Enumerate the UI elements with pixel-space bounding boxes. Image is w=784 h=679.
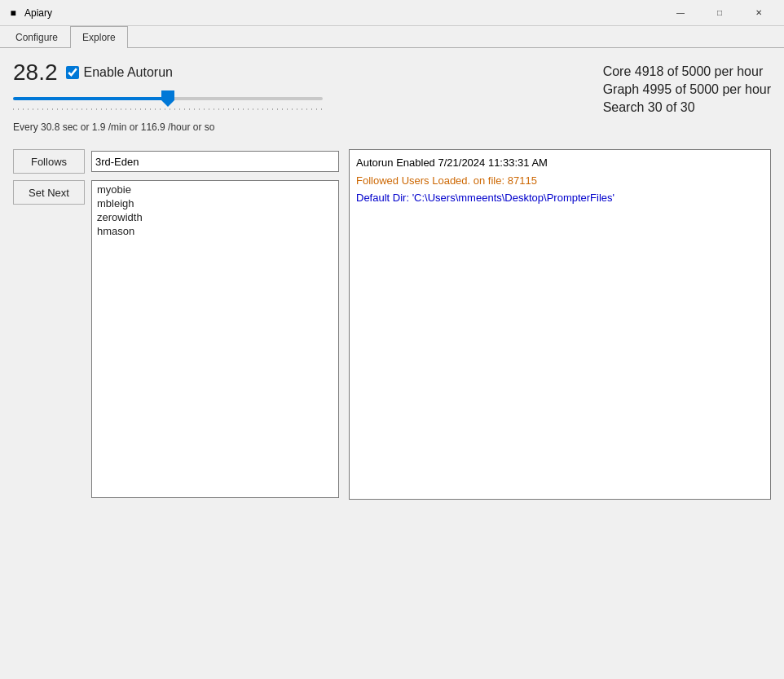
tab-explore[interactable]: Explore — [70, 26, 128, 48]
follows-row: Follows — [13, 149, 339, 174]
slider-container — [13, 90, 323, 115]
version-number: 28.2 — [13, 61, 58, 84]
list-item[interactable]: mbleigh — [94, 196, 337, 210]
app-icon: ■ — [7, 7, 20, 20]
log-line: Followed Users Loaded. on file: 87115 — [356, 173, 764, 189]
list-item[interactable]: zerowidth — [94, 210, 337, 224]
list-item[interactable]: hmason — [94, 224, 337, 238]
title-bar-controls: — □ ✕ — [662, 3, 777, 23]
listbox[interactable]: myobiembleighzerowidthhmason — [91, 180, 339, 498]
maximize-button[interactable]: □ — [701, 3, 738, 23]
slider-track — [13, 90, 323, 107]
top-section: 28.2 Enable Autorun Every 30.8 sec or 1.… — [13, 61, 771, 133]
follows-button[interactable]: Follows — [13, 149, 85, 174]
slider-dots-line — [13, 108, 323, 110]
setnext-row: Set Next myobiembleighzerowidthhmason — [13, 180, 339, 498]
log-line: Autorun Enabled 7/21/2024 11:33:31 AM — [356, 155, 764, 171]
tab-configure[interactable]: Configure — [3, 26, 70, 48]
app-title: Apiary — [24, 7, 52, 19]
title-bar: ■ Apiary — □ ✕ — [0, 0, 784, 26]
middle-section: Follows Set Next myobiembleighzerowidthh… — [13, 149, 771, 500]
log-panel: Autorun Enabled 7/21/2024 11:33:31 AMFol… — [349, 149, 771, 500]
tab-bar: Configure Explore — [0, 26, 784, 48]
autorun-checkbox[interactable] — [66, 66, 79, 79]
slider-dots — [13, 108, 323, 115]
autorun-text: Enable Autorun — [84, 65, 173, 80]
setnext-button[interactable]: Set Next — [13, 180, 85, 205]
minimize-button[interactable]: — — [662, 3, 699, 23]
log-line: Default Dir: 'C:\Users\mmeents\Desktop\P… — [356, 190, 764, 206]
stat-core: Core 4918 of 5000 per hour — [603, 64, 771, 79]
stat-search: Search 30 of 30 — [603, 100, 771, 115]
left-top: 28.2 Enable Autorun Every 30.8 sec or 1.… — [13, 61, 323, 133]
version-autorun-row: 28.2 Enable Autorun — [13, 61, 323, 84]
left-panel: Follows Set Next myobiembleighzerowidthh… — [13, 149, 339, 500]
rate-slider[interactable] — [13, 97, 323, 100]
right-stats: Core 4918 of 5000 per hour Graph 4995 of… — [603, 64, 771, 115]
autorun-label[interactable]: Enable Autorun — [66, 65, 173, 80]
close-button[interactable]: ✕ — [740, 3, 777, 23]
title-bar-left: ■ Apiary — [7, 7, 52, 20]
rate-text: Every 30.8 sec or 1.9 /min or 116.9 /hou… — [13, 121, 323, 133]
follows-input[interactable] — [91, 151, 339, 172]
list-item[interactable]: myobie — [94, 183, 337, 196]
main-content: 28.2 Enable Autorun Every 30.8 sec or 1.… — [0, 48, 784, 513]
stat-graph: Graph 4995 of 5000 per hour — [603, 82, 771, 97]
